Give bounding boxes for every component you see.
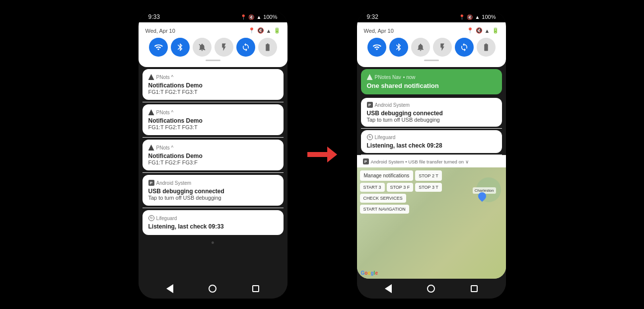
left-notif-3-title: Notifications Demo — [148, 153, 278, 159]
right-nav-bar — [357, 279, 506, 299]
qs-mute-icon: 🔇 — [257, 27, 264, 34]
left-notif-1-header: PNots ^ — [148, 74, 278, 80]
rqs-battery-icon: 🔋 — [492, 27, 499, 34]
left-date: Wed, Apr 10 — [145, 28, 175, 34]
qs-tile-flashlight[interactable] — [215, 38, 233, 57]
mute-icon: 🔇 — [248, 14, 254, 20]
left-divider-4 — [143, 208, 284, 208]
left-notif-1-title: Notifications Demo — [148, 82, 278, 89]
right-lifeguard-header: ↻ Lifeguard — [367, 134, 496, 140]
left-qs-header: Wed, Apr 10 📍 🔇 ▲ 🔋 — [145, 27, 281, 34]
left-notif-3-body: FG1:T FG2:F FG3:F — [148, 159, 278, 165]
google-logo: Google — [361, 270, 378, 276]
left-notif-android-body: Tap to turn off USB debugging — [148, 195, 278, 201]
left-divider-2 — [143, 137, 284, 138]
right-android-app: Android System — [375, 102, 410, 108]
qs-battery-icon: 🔋 — [274, 27, 281, 34]
left-notif-2-app: PNots ^ — [156, 110, 174, 115]
green-notification[interactable]: PNotes Nav • now One shared notification — [361, 69, 502, 94]
back-arrow-icon — [166, 284, 173, 293]
green-notif-header: PNotes Nav • now — [367, 74, 496, 80]
usb-footer[interactable]: P Android System • USB file transfer tur… — [357, 155, 506, 167]
right-recents-square-icon — [471, 285, 478, 292]
right-phone: 9:32 📍 🔇 ▲ 100% Wed, Apr 10 📍 🔇 ▲ 🔋 — [357, 10, 506, 299]
left-notif-2-header: PNots ^ — [148, 109, 278, 115]
left-notif-3[interactable]: PNots ^ Notifications Demo FG1:T FG2:F F… — [143, 140, 284, 170]
right-qs-header: Wed, Apr 10 📍 🔇 ▲ 🔋 — [364, 27, 499, 34]
left-notif-2[interactable]: PNots ^ Notifications Demo FG1:T FG2:T F… — [143, 104, 284, 135]
left-notif-3-app: PNots ^ — [156, 145, 174, 151]
android-icon-right: P — [367, 102, 373, 108]
right-back-arrow-icon — [385, 284, 392, 293]
left-qs-tiles — [145, 38, 281, 57]
start-navigation-button[interactable]: START NAVIGATION — [360, 205, 409, 214]
qs-tile-bluetooth[interactable] — [171, 38, 190, 57]
left-notif-android[interactable]: P Android System USB debugging connected… — [143, 175, 284, 206]
stop-2t-button[interactable]: STOP 2 T — [415, 170, 442, 181]
left-nav-bar — [139, 279, 287, 299]
right-android-header: P Android System — [367, 102, 496, 108]
right-home-button[interactable] — [426, 284, 436, 294]
right-time: 9:32 — [367, 13, 378, 20]
location-icon: 📍 — [240, 14, 246, 20]
battery-status: 100% — [263, 14, 277, 20]
left-notif-2-body: FG1:T FG2:T FG3:T — [148, 124, 278, 130]
stop-3f-button[interactable]: STOP 3 F — [387, 183, 414, 192]
right-status-bar: 9:32 📍 🔇 ▲ 100% — [357, 10, 506, 22]
left-notifications-area: PNots ^ Notifications Demo FG1:T FG2:T F… — [139, 67, 287, 279]
right-qs-tile-flash[interactable] — [433, 38, 452, 57]
usb-footer-text: Android System • USB file transfer turne… — [371, 159, 469, 164]
right-recents-button[interactable] — [469, 284, 479, 294]
right-battery-status: 100% — [482, 14, 496, 20]
map-row-1: Manage notifications STOP 2 T — [360, 170, 503, 181]
pnots-icon-1 — [148, 74, 154, 80]
right-date: Wed, Apr 10 — [364, 28, 394, 34]
right-qs-handle — [424, 60, 439, 61]
right-quick-settings: Wed, Apr 10 📍 🔇 ▲ 🔋 — [357, 22, 506, 67]
right-qs-tile-batt[interactable] — [477, 38, 496, 57]
right-back-button[interactable] — [383, 284, 393, 294]
android-icon-left: P — [148, 180, 154, 186]
arrow-head — [327, 147, 337, 162]
right-qs-tile-sync[interactable] — [455, 38, 474, 57]
left-time: 9:33 — [148, 13, 160, 20]
qs-tile-wifi[interactable] — [149, 38, 168, 57]
left-phone: 9:33 📍 🔇 ▲ 100% Wed, Apr 10 📍 🔇 ▲ 🔋 — [139, 10, 287, 299]
home-circle-icon — [209, 285, 216, 293]
map-row-4: START NAVIGATION — [360, 205, 503, 214]
left-notif-1-app: PNots ^ — [156, 75, 174, 80]
left-notif-android-title: USB debugging connected — [148, 188, 278, 195]
main-container: 9:33 📍 🔇 ▲ 100% Wed, Apr 10 📍 🔇 ▲ 🔋 — [0, 0, 644, 309]
left-notif-android-header: P Android System — [148, 180, 278, 186]
green-notif-app: PNotes Nav — [375, 75, 401, 80]
pnots-icon-3 — [148, 145, 154, 151]
map-area: Charleston Manage notifications STOP 2 T… — [357, 167, 506, 279]
right-notif-lifeguard[interactable]: ↻ Lifeguard Listening, last check 09:28 — [361, 130, 502, 153]
left-notif-lifeguard[interactable]: ↻ Lifeguard Listening, last check 09:33 — [143, 210, 284, 235]
qs-tile-sync[interactable] — [236, 38, 255, 57]
stop-3t-button[interactable]: STOP 3 T — [415, 183, 442, 192]
manage-notifications-button[interactable]: Manage notifications — [360, 170, 414, 181]
left-status-icons: 📍 🔇 ▲ 100% — [240, 14, 277, 20]
right-lifeguard-title: Listening, last check 09:28 — [367, 142, 496, 149]
left-status-bar: 9:33 📍 🔇 ▲ 100% — [139, 10, 287, 22]
left-back-button[interactable] — [165, 284, 175, 294]
lifeguard-icon-left: ↻ — [148, 215, 154, 221]
right-location-icon: 📍 — [459, 14, 465, 20]
left-recents-button[interactable] — [251, 284, 261, 294]
right-qs-tile-dnd[interactable] — [411, 38, 430, 57]
right-qs-tile-bt[interactable] — [389, 38, 408, 57]
qs-tile-battery[interactable] — [258, 38, 277, 57]
left-notif-1[interactable]: PNots ^ Notifications Demo FG1:T FG2:T F… — [143, 69, 284, 100]
right-notif-android[interactable]: P Android System USB debugging connected… — [361, 98, 502, 127]
start-3-button[interactable]: START 3 — [360, 183, 385, 192]
right-lifeguard-app: Lifeguard — [375, 135, 396, 140]
qs-tile-dnd[interactable] — [193, 38, 212, 57]
right-qs-tile-wifi[interactable] — [367, 38, 386, 57]
arrow-body — [307, 152, 327, 157]
rqs-location-icon: 📍 — [467, 27, 474, 34]
left-home-button[interactable] — [208, 284, 217, 294]
arrow-shape — [307, 147, 337, 162]
check-services-button[interactable]: CHECK SERVICES — [360, 194, 406, 203]
pnotes-nav-icon — [367, 74, 373, 80]
